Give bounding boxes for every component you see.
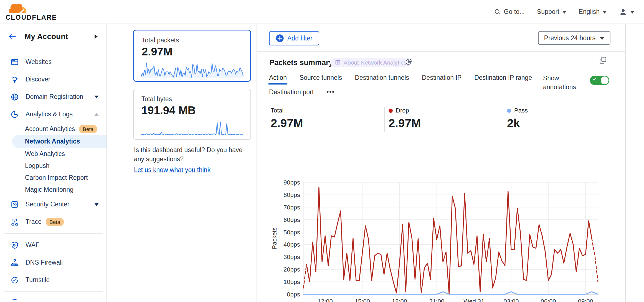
tab-destination-tunnels[interactable]: Destination tunnels xyxy=(355,74,409,81)
feedback-block: Is this dashboard useful? Do you have an… xyxy=(134,145,253,175)
svg-text:12:00: 12:00 xyxy=(318,298,333,302)
stat-drop-value: 2.97M xyxy=(389,117,421,130)
svg-text:21:00: 21:00 xyxy=(429,298,444,302)
stat-pass: Pass 2k xyxy=(507,107,528,130)
chart-type-pie-icon[interactable] xyxy=(405,58,412,66)
svg-text:03:00: 03:00 xyxy=(503,298,519,302)
lightbulb-icon xyxy=(11,75,19,84)
show-annotations-toggle[interactable] xyxy=(590,76,609,85)
tab-destination-ip-range[interactable]: Destination IP range xyxy=(474,74,532,81)
sidebar-item-logpush[interactable]: Logpush xyxy=(0,160,107,172)
svg-text:09:00: 09:00 xyxy=(578,298,593,302)
add-filter-button[interactable]: Add filter xyxy=(269,31,319,45)
total-packets-label: Total packets xyxy=(142,37,250,44)
show-annotations-label: Show annotations xyxy=(543,74,579,91)
svg-text:90pps: 90pps xyxy=(283,179,300,186)
panel-title: Packets summary xyxy=(269,58,333,67)
tab-action[interactable]: Action xyxy=(269,74,287,81)
total-bytes-value: 191.94 MB xyxy=(141,104,250,117)
total-packets-value: 2.97M xyxy=(142,45,250,58)
sidebar-account-header[interactable]: My Account xyxy=(0,24,107,49)
sidebar-item-network-analytics[interactable]: Network Analytics xyxy=(12,135,107,148)
chevron-up-icon[interactable] xyxy=(94,113,99,116)
hierarchy-icon xyxy=(11,259,19,267)
sidebar-item-analytics-logs[interactable]: Analytics & Logs xyxy=(0,106,107,123)
dimension-tabs: Action Source tunnels Destination tunnel… xyxy=(269,74,544,96)
metric-cards-column: Total packets 2.97M Total bytes 191.94 M… xyxy=(107,24,257,302)
feedback-question: Is this dashboard useful? Do you have an… xyxy=(134,145,253,163)
svg-text:30pps: 30pps xyxy=(283,254,300,260)
sidebar-item-websites[interactable]: Websites xyxy=(0,53,107,71)
stats-divider xyxy=(503,107,503,132)
back-arrow-icon[interactable] xyxy=(7,32,17,41)
total-bytes-card[interactable]: Total bytes 191.94 MB xyxy=(133,89,251,140)
svg-text:80pps: 80pps xyxy=(283,191,300,198)
sidebar-item-carbon-impact-report[interactable]: Carbon Impact Report xyxy=(0,172,107,184)
chevron-down-icon[interactable] xyxy=(94,203,99,206)
stat-drop: Drop 2.97M xyxy=(389,107,421,130)
tab-destination-ip[interactable]: Destination IP xyxy=(422,74,462,81)
sidebar-item-label: Web Analytics xyxy=(25,150,65,158)
sidebar-item-discover[interactable]: Discover xyxy=(0,71,107,88)
sidebar-item-partial[interactable] xyxy=(0,295,107,300)
svg-text:18:00: 18:00 xyxy=(392,298,407,302)
sidebar-item-label: Websites xyxy=(26,58,52,66)
chevron-down-icon xyxy=(600,37,604,40)
sidebar-item-label: Trace xyxy=(26,218,42,226)
sidebar-item-label: Analytics & Logs xyxy=(26,111,73,118)
svg-text:40pps: 40pps xyxy=(283,241,300,248)
support-menu[interactable]: Support xyxy=(537,8,567,16)
plus-circle-icon xyxy=(276,34,284,42)
main-panel: Add filter Previous 24 hours Packets sum… xyxy=(257,24,626,302)
beta-badge: Beta xyxy=(79,125,97,133)
expand-panel-icon[interactable] xyxy=(599,56,607,64)
chevron-right-icon[interactable] xyxy=(95,34,98,39)
tab-source-tunnels[interactable]: Source tunnels xyxy=(300,74,342,81)
sidebar-item-web-analytics[interactable]: Web Analytics xyxy=(0,148,107,160)
sidebar-divider xyxy=(4,291,103,292)
packets-time-series-chart: 0pps10pps20pps30pps40pps50pps60pps70pps8… xyxy=(264,177,613,302)
sidebar-item-account-analytics[interactable]: Account Analytics Beta xyxy=(0,123,107,135)
sidebar-item-label: Network Analytics xyxy=(25,138,80,145)
sidebar-item-turnstile[interactable]: Turnstile xyxy=(0,271,107,289)
chevron-down-icon xyxy=(562,11,567,14)
language-menu[interactable]: English xyxy=(579,8,607,16)
drop-legend-dot xyxy=(389,109,393,113)
svg-text:70pps: 70pps xyxy=(283,204,300,211)
cloudflare-logo-text: CLOUDFLARE xyxy=(6,14,57,21)
sidebar-item-waf[interactable]: WAF xyxy=(0,236,107,254)
svg-text:15:00: 15:00 xyxy=(355,298,370,302)
stat-pass-label: Pass xyxy=(514,107,528,114)
sidebar-item-dns-firewall[interactable]: DNS Firewall xyxy=(0,254,107,271)
sidebar-item-security-center[interactable]: Security Center xyxy=(0,196,107,213)
account-menu[interactable] xyxy=(619,8,635,16)
toggle-knob xyxy=(601,76,608,84)
time-range-dropdown[interactable]: Previous 24 hours xyxy=(538,31,610,45)
sidebar-item-label: Magic Monitoring xyxy=(25,186,73,193)
svg-text:06:00: 06:00 xyxy=(541,298,556,302)
about-badge-label: About Network Analytics xyxy=(344,59,406,66)
cloudflare-logo[interactable]: CLOUDFLARE xyxy=(6,2,54,21)
sidebar-item-trace[interactable]: Trace Beta xyxy=(0,213,107,231)
total-packets-card[interactable]: Total packets 2.97M xyxy=(133,30,251,82)
chevron-down-icon[interactable] xyxy=(94,96,99,98)
sidebar-item-magic-monitoring[interactable]: Magic Monitoring xyxy=(0,184,107,196)
beta-badge: Beta xyxy=(46,218,64,226)
search-icon xyxy=(494,8,501,16)
rotate-check-icon xyxy=(11,276,19,284)
book-icon xyxy=(335,60,341,66)
tab-destination-port[interactable]: Destination port xyxy=(269,88,314,96)
trace-tree-icon xyxy=(11,218,19,226)
feedback-link[interactable]: Let us know what you think xyxy=(134,165,211,175)
account-title: My Account xyxy=(24,32,68,41)
sidebar-item-label: Logpush xyxy=(25,162,49,170)
sidebar-item-label: WAF xyxy=(26,241,39,249)
more-tabs-ellipsis[interactable]: ••• xyxy=(326,88,335,96)
about-network-analytics-pill[interactable]: About Network Analytics xyxy=(330,58,411,67)
svg-text:Wed 31: Wed 31 xyxy=(463,298,484,302)
total-bytes-sparkline xyxy=(140,121,244,137)
go-to-search[interactable]: Go to... xyxy=(494,8,525,16)
sidebar-item-domain-registration[interactable]: Domain Registration xyxy=(0,88,107,106)
language-label: English xyxy=(579,8,600,16)
sidebar-item-label: Carbon Impact Report xyxy=(25,174,88,181)
